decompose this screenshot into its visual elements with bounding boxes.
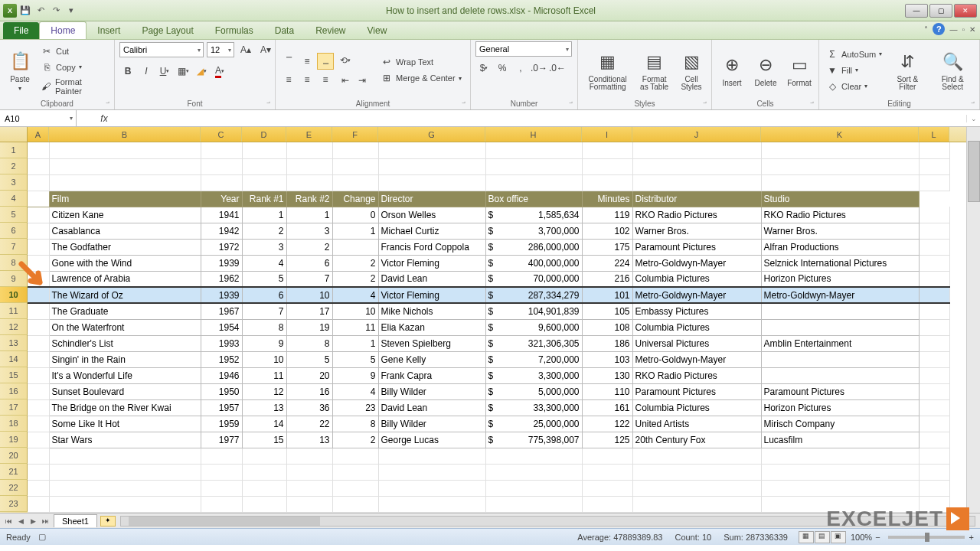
row-header-21[interactable]: 21 — [0, 464, 28, 480]
row-header-18[interactable]: 18 — [0, 416, 28, 432]
name-box[interactable]: A10 — [0, 110, 77, 126]
row-header-11[interactable]: 11 — [0, 303, 28, 319]
zoom-slider[interactable] — [888, 536, 965, 539]
file-tab[interactable]: File — [3, 22, 39, 39]
tab-insert[interactable]: Insert — [87, 22, 131, 39]
comma-icon[interactable]: , — [512, 60, 529, 77]
row-header-17[interactable]: 17 — [0, 399, 28, 416]
zoom-in-icon[interactable]: + — [969, 533, 974, 542]
row-header-23[interactable]: 23 — [0, 496, 28, 512]
table-row[interactable]: Lawrence of Arabia1962572David Lean$70,0… — [28, 271, 949, 287]
percent-icon[interactable]: % — [494, 60, 511, 77]
row-header-16[interactable]: 16 — [0, 383, 28, 399]
decrease-decimal-icon[interactable]: .0← — [549, 60, 566, 77]
merge-center-button[interactable]: ⊞Merge & Center ▾ — [378, 71, 464, 85]
doc-minimize-icon[interactable]: — — [949, 25, 957, 34]
table-row[interactable]: Citizen Kane1941110Orson Welles$1,585,63… — [28, 207, 949, 223]
border-button[interactable]: ▦▾ — [175, 63, 191, 80]
expand-formula-icon[interactable]: ⌄ — [966, 115, 980, 122]
vertical-scrollbar[interactable] — [966, 127, 980, 513]
paste-button[interactable]: 📋 Paste ▾ — [5, 47, 35, 93]
table-row[interactable]: Star Wars197715132George Lucas$775,398,0… — [28, 432, 949, 448]
row-header-3[interactable]: 3 — [0, 174, 28, 191]
new-sheet-icon[interactable]: ✦ — [100, 516, 116, 527]
sheet-tab-active[interactable]: Sheet1 — [54, 514, 97, 527]
clear-button[interactable]: ◇Clear ▾ — [824, 80, 884, 93]
col-header-B[interactable]: B — [49, 127, 201, 142]
col-header-H[interactable]: H — [485, 127, 582, 142]
conditional-formatting-button[interactable]: ▦Conditional Formatting — [583, 48, 632, 93]
row-header-4[interactable]: 4 — [0, 191, 28, 207]
table-row[interactable]: The Godfather197232Francis Ford Coppola$… — [28, 239, 949, 255]
shrink-font-icon[interactable]: A▾ — [257, 41, 274, 58]
row-header-6[interactable]: 6 — [0, 223, 28, 239]
sort-filter-button[interactable]: ⇵Sort & Filter — [887, 48, 927, 93]
undo-icon[interactable]: ↶ — [34, 4, 47, 18]
wrap-text-button[interactable]: ↩Wrap Text — [378, 55, 464, 69]
table-row[interactable]: The Wizard of Oz19396104Victor Fleming$2… — [28, 287, 949, 303]
tab-page-layout[interactable]: Page Layout — [131, 22, 204, 39]
align-center-icon[interactable]: ≡ — [299, 71, 315, 88]
help-icon[interactable]: ? — [933, 23, 945, 35]
minimize-button[interactable]: — — [905, 4, 928, 18]
col-header-I[interactable]: I — [582, 127, 632, 142]
row-header-1[interactable]: 1 — [0, 142, 28, 158]
row-header-2[interactable]: 2 — [0, 158, 28, 174]
table-row[interactable]: Schindler's List1993981Steven Spielberg$… — [28, 335, 949, 351]
select-all-corner[interactable] — [0, 127, 28, 142]
delete-cells-button[interactable]: ⊖Delete — [750, 51, 781, 89]
tab-home[interactable]: Home — [39, 21, 87, 39]
macro-icon[interactable]: ▢ — [38, 532, 46, 542]
table-row[interactable]: The Graduate196771710Mike Nichols$104,90… — [28, 303, 949, 319]
table-row[interactable]: Singin' in the Rain19521055Gene Kelly$7,… — [28, 351, 949, 367]
italic-button[interactable]: I — [138, 63, 155, 80]
row-header-9[interactable]: 9 — [0, 271, 28, 287]
row-header-12[interactable]: 12 — [0, 319, 28, 335]
format-as-table-button[interactable]: ▤Format as Table — [635, 48, 673, 93]
minimize-ribbon-icon[interactable]: ˄ — [924, 25, 928, 34]
row-header-22[interactable]: 22 — [0, 480, 28, 496]
row-header-13[interactable]: 13 — [0, 335, 28, 351]
insert-cells-button[interactable]: ⊕Insert — [717, 51, 747, 89]
underline-button[interactable]: U▾ — [156, 63, 173, 80]
tab-data[interactable]: Data — [264, 22, 305, 39]
col-header-J[interactable]: J — [632, 127, 761, 142]
tab-review[interactable]: Review — [305, 22, 356, 39]
align-left-icon[interactable]: ≡ — [280, 71, 297, 88]
table-row[interactable]: Casablanca1942231Michael Curtiz$3,700,00… — [28, 223, 949, 239]
cell-styles-button[interactable]: ▧Cell Styles — [676, 48, 707, 93]
font-family-combo[interactable]: Calibri — [119, 42, 204, 57]
fill-button[interactable]: ▼Fill ▾ — [824, 64, 884, 77]
qat-dropdown-icon[interactable]: ▾ — [64, 4, 78, 18]
align-middle-icon[interactable]: ≡ — [299, 53, 315, 70]
row-header-10[interactable]: 10 — [0, 287, 28, 303]
fill-color-button[interactable]: ◢▾ — [193, 63, 210, 80]
row-header-20[interactable]: 20 — [0, 448, 28, 464]
format-cells-button[interactable]: ▭Format — [784, 51, 815, 89]
align-bottom-icon[interactable]: ⎽ — [317, 53, 334, 70]
table-row[interactable]: It's a Wonderful Life194611209Frank Capr… — [28, 367, 949, 383]
increase-indent-icon[interactable]: ⇥ — [354, 72, 371, 89]
save-icon[interactable]: 💾 — [18, 4, 32, 18]
format-painter-button[interactable]: 🖌Format Painter — [38, 77, 109, 96]
row-header-8[interactable]: 8 — [0, 255, 28, 271]
align-top-icon[interactable]: ⎺ — [280, 53, 297, 70]
col-header-D[interactable]: D — [242, 127, 286, 142]
bold-button[interactable]: B — [119, 63, 136, 80]
doc-restore-icon[interactable]: ▫ — [962, 25, 965, 34]
sheet-nav[interactable]: ⏮◀▶⏭ — [0, 517, 54, 525]
autosum-button[interactable]: ΣAutoSum ▾ — [824, 47, 884, 61]
tab-formulas[interactable]: Formulas — [204, 22, 264, 39]
table-row[interactable]: The Bridge on the River Kwai1957133623Da… — [28, 399, 949, 416]
zoom-out-icon[interactable]: − — [875, 533, 880, 542]
col-header-C[interactable]: C — [201, 127, 242, 142]
tab-view[interactable]: View — [357, 22, 398, 39]
table-row[interactable]: Some Like It Hot195914228Billy Wilder$25… — [28, 416, 949, 432]
number-format-combo[interactable]: General — [475, 41, 572, 57]
row-header-19[interactable]: 19 — [0, 432, 28, 448]
col-header-L[interactable]: L — [919, 127, 949, 142]
copy-button[interactable]: ⎘Copy ▾ — [38, 60, 109, 74]
row-header-7[interactable]: 7 — [0, 239, 28, 255]
excel-logo-icon[interactable]: X — [3, 4, 17, 18]
font-color-button[interactable]: A▾ — [211, 63, 228, 80]
